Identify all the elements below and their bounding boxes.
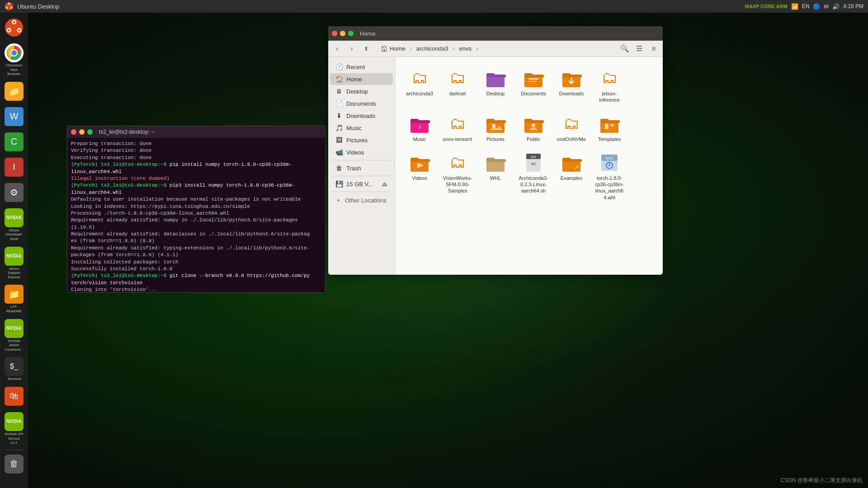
file-item-archiconda3[interactable]: 🗂 archiconda3 (402, 64, 437, 106)
fm-view-list-btn[interactable]: ☰ (633, 42, 646, 55)
file-item-templates[interactable]: Templates (592, 110, 627, 145)
term-line-10: Requirement already satisfied: numpy in … (71, 217, 321, 231)
file-item-downloads[interactable]: Downloads (554, 64, 589, 106)
chromium-icon (5, 43, 24, 62)
sidebar-videos-label: Videos (346, 149, 364, 156)
dock-item-nvidia-dev[interactable]: NVIDIA JetsonDeveloperZone (1, 206, 27, 243)
svg-text:↗: ↗ (573, 164, 579, 171)
svg-point-46 (609, 164, 610, 166)
fm-breadcrumb-envs[interactable]: envs (457, 44, 474, 53)
file-item-examples[interactable]: ↗ Examples (554, 149, 589, 203)
sidebar-item-pictures[interactable]: 🖼 Pictures (330, 134, 393, 146)
dock-item-files[interactable]: 📁 (1, 80, 27, 103)
folder-pictures-icon (485, 113, 506, 134)
terminal-minimize-btn[interactable] (79, 129, 85, 135)
sidebar-item-home[interactable]: 🏠 Home (330, 73, 393, 85)
file-item-desktop[interactable]: Desktop (478, 64, 513, 106)
term-line-16: Successfully installed torch-1.8.0 (71, 266, 321, 272)
eject-btn[interactable]: ⏏ (382, 180, 387, 188)
terminal-close-btn[interactable] (71, 129, 76, 135)
file-item-videos[interactable]: Videos (402, 149, 437, 203)
dock-item-ubuntu-home[interactable] (1, 16, 27, 40)
trash-dock-icon: 🗑 (5, 455, 24, 474)
fm-minimize-btn[interactable] (340, 31, 345, 36)
file-item-torch-whl[interactable]: WHL torch-1.8.0-cp36-cp36m-linux_aarch64… (592, 149, 627, 203)
sidebar-item-music[interactable]: 🎵 Music (330, 122, 393, 134)
fm-maximize-btn[interactable] (348, 31, 354, 36)
dock-item-impress[interactable]: I (1, 156, 27, 179)
folder-whl-icon (485, 151, 506, 173)
fm-breadcrumb-more-icon: › (476, 45, 478, 53)
dock-item-chromium[interactable]: Chromium Web Browser (1, 42, 27, 78)
folder-onnx-icon: 🗂 (447, 113, 468, 134)
sidebar-item-trash[interactable]: 🗑 Trash (330, 162, 393, 174)
terminal-body[interactable]: Preparing transaction: done Verifying tr… (67, 138, 325, 292)
torch-whl-icon: WHL (599, 151, 620, 173)
term-line-17: (PyTorch) tx2_lei@tx2-desktop:~$ git clo… (71, 272, 321, 279)
fm-content: 🗂 archiconda3 🗂 darknet Desktop (395, 57, 663, 275)
file-item-archiconda-sh[interactable]: SH #!/ Archiconda3-0.2.3-Linux-aarch64.s… (516, 149, 551, 203)
file-item-visionworks[interactable]: 🗂 VisionWorks-SFM-0.90-Samples (440, 149, 475, 203)
sidebar-item-recent[interactable]: 🕐 Recent (330, 61, 393, 73)
sidebar-item-videos[interactable]: 📹 Videos (330, 146, 393, 158)
fm-toolbar-right: 🔍 ☰ ≡ (618, 42, 660, 55)
fm-titlebar: Home (328, 26, 663, 41)
dock-item-writer[interactable]: W (1, 105, 27, 129)
fm-body: 🕐 Recent 🏠 Home 🖥 Desktop 📄 Documents ⬇ … (328, 57, 663, 275)
file-item-pictures[interactable]: Pictures (478, 110, 513, 145)
dock-item-trash[interactable]: 🗑 (1, 453, 27, 476)
svg-point-28 (532, 123, 535, 127)
sidebar-item-desktop[interactable]: 🖥 Desktop (330, 85, 393, 97)
dock-item-software[interactable]: 🛍 (1, 385, 27, 408)
sidebar-other-locations[interactable]: ＋ Other Locations (330, 194, 393, 206)
sidebar-item-documents[interactable]: 📄 Documents (330, 98, 393, 109)
file-item-public[interactable]: Public (516, 110, 551, 145)
fm-close-btn[interactable] (332, 31, 337, 36)
file-item-documents[interactable]: Documents (516, 64, 551, 106)
dock-item-terminal[interactable]: $_ Terminal (1, 355, 27, 383)
sidebar-item-downloads[interactable]: ⬇ Downloads (330, 110, 393, 122)
sidebar-recent-label: Recent (346, 64, 365, 70)
svg-point-11 (13, 21, 15, 23)
folder-templates-icon (599, 113, 620, 134)
wifi-icon[interactable]: 📶 (791, 3, 798, 10)
term-line-18: torch/vision torchvision (71, 280, 321, 286)
email-icon[interactable]: ✉ (824, 3, 829, 10)
dock-item-nvidia-vpi[interactable]: NVIDIA NVIDIA VPIDemosv1.2 (1, 410, 27, 447)
pictures-icon: 🖼 (335, 136, 343, 144)
ubuntu-home-icon (5, 18, 24, 37)
terminal-maximize-btn[interactable] (87, 129, 93, 135)
bluetooth-icon[interactable]: 🔵 (813, 3, 820, 10)
file-item-darknet[interactable]: 🗂 darknet (440, 64, 475, 106)
file-item-jetson-inference[interactable]: 🗂 jetson-inference (592, 64, 627, 106)
fm-back-btn[interactable]: ‹ (331, 42, 344, 55)
fm-forward-btn[interactable]: › (345, 42, 358, 55)
dock-item-nvidia-jca[interactable]: NVIDIA NVIDIAJetsonCommuni... (1, 317, 27, 354)
fm-breadcrumb-archiconda-label: archiconda3 (416, 45, 448, 52)
fm-menu-btn[interactable]: ≡ (647, 42, 660, 55)
file-item-onnx[interactable]: 🗂 onnx-tensorrt (440, 110, 475, 145)
fm-search-btn[interactable]: 🔍 (618, 42, 631, 55)
sidebar-home-label: Home (346, 76, 362, 83)
writer-icon: W (5, 107, 24, 126)
sidebar-pictures-label: Pictures (346, 137, 368, 144)
file-item-rootonNVMe[interactable]: 🗂 rootOnNVMe (554, 110, 589, 145)
nvidia-tray-icon: MAXP CORE ARM (745, 4, 788, 9)
sidebar-item-15gb[interactable]: 💾 15 GB V... ⏏ (330, 178, 393, 190)
file-label-torch-whl: torch-1.8.0-cp36-cp36m-linux_aarch64.whl (594, 175, 625, 201)
dock-label-nvidia-support: JetsonSupportForums (8, 267, 20, 280)
dock-item-settings[interactable]: ⚙ (1, 181, 27, 205)
volume-icon[interactable]: 🔊 (832, 3, 840, 10)
fm-breadcrumb-archiconda[interactable]: archiconda3 (414, 44, 451, 53)
fm-breadcrumb-home[interactable]: 🏠 Home (378, 44, 408, 53)
svg-point-6 (6, 7, 7, 8)
fm-breadcrumb-sep1: › (410, 46, 412, 52)
nvidia-jca-icon: NVIDIA (5, 319, 24, 338)
dock-item-calc[interactable]: C (1, 131, 27, 154)
fm-up-btn[interactable]: ⬆ (360, 42, 373, 55)
file-item-whl[interactable]: WHL (478, 149, 513, 203)
dock-item-l4t[interactable]: 📁 L4T-README (1, 283, 27, 315)
file-item-music[interactable]: ♪ Music (402, 110, 437, 145)
folder-examples-icon: ↗ (561, 151, 582, 173)
dock-item-nvidia-support[interactable]: NVIDIA JetsonSupportForums (1, 245, 27, 282)
